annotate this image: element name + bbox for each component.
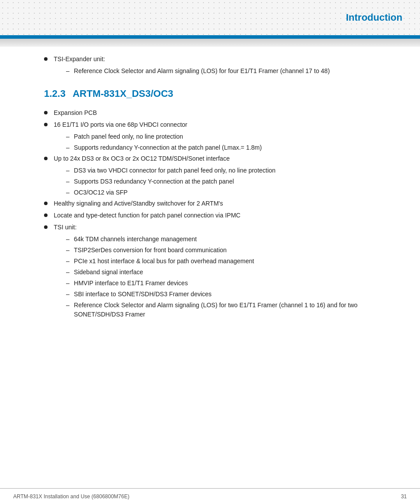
sub-bullet-text: PCIe x1 host interface & local bus for p… xyxy=(74,257,254,266)
bullet-dot xyxy=(44,111,48,114)
bullet-dot xyxy=(44,202,48,205)
list-item: Locate and type-detect function for patc… xyxy=(44,211,394,220)
list-item: Up to 24x DS3 or 8x OC3 or 2x OC12 TDM/S… xyxy=(44,154,394,163)
bullet-text: Expansion PCB xyxy=(54,108,394,118)
sub-bullet-text: HMVIP interface to E1/T1 Framer devices xyxy=(74,279,188,288)
header-title-area: Introduction xyxy=(346,0,407,35)
bullet-dot xyxy=(44,57,48,61)
bullet-dot xyxy=(44,123,48,126)
bullet-text: Locate and type-detect function for patc… xyxy=(54,211,394,220)
sub-bullet-text: SBI interface to SONET/SDH/DS3 Framer de… xyxy=(74,290,212,299)
list-item: TSI unit: xyxy=(44,223,394,232)
list-item: –64k TDM channels interchange management xyxy=(66,235,394,244)
gray-bar xyxy=(0,39,420,47)
section-heading: 1.2.3ARTM-831X_DS3/OC3 xyxy=(44,88,394,99)
sub-bullet-text: Patch panel feed only, no line protectio… xyxy=(74,132,183,141)
header: Introduction xyxy=(0,0,420,35)
footer-right: 31 xyxy=(401,493,407,500)
list-item: Expansion PCB xyxy=(44,108,394,118)
bullets-container: Expansion PCB16 E1/T1 I/O ports via one … xyxy=(44,108,394,319)
sub-bullet-text: Reference Clock Selector and Alarm signa… xyxy=(74,301,394,319)
footer-left: ARTM-831X Installation and Use (6806800M… xyxy=(13,493,129,500)
footer: ARTM-831X Installation and Use (6806800M… xyxy=(0,488,420,504)
sub-bullet-text: Sideband signal interface xyxy=(74,268,143,277)
list-item: –Sideband signal interface xyxy=(66,268,394,277)
bullet-dot xyxy=(44,213,48,217)
bullet-text: Healthy signaling and Active/Standby swi… xyxy=(54,199,394,208)
sub-bullet-text: TSIP2SerDes conversion for front board c… xyxy=(74,246,227,255)
list-item: Healthy signaling and Active/Standby swi… xyxy=(44,199,394,208)
sub-bullet-text: 64k TDM channels interchange management xyxy=(74,235,197,244)
list-item: –HMVIP interface to E1/T1 Framer devices xyxy=(66,279,394,288)
bullet-dot xyxy=(44,157,48,160)
list-item: TSI-Expander unit: xyxy=(44,55,394,64)
list-item: –Supports redundancy Y-connection at the… xyxy=(66,143,394,152)
bullet-text: TSI unit: xyxy=(54,223,394,232)
blue-bar xyxy=(0,35,420,39)
sub-bullet-text: DS3 via two VHDCI connector for patch pa… xyxy=(74,166,276,175)
list-item: –PCIe x1 host interface & local bus for … xyxy=(66,257,394,266)
sub-bullet-text: Supports redundancy Y-connection at the … xyxy=(74,143,262,152)
intro-bullet-text: TSI-Expander unit: xyxy=(54,55,394,64)
list-item: 16 E1/T1 I/O ports via one 68p VHDCI con… xyxy=(44,120,394,129)
list-item: – Reference Clock Selector and Alarm sig… xyxy=(66,66,394,76)
page-title: Introduction xyxy=(346,12,402,23)
sub-bullet-text: Supports DS3 redundancy Y-connection at … xyxy=(74,177,234,186)
bullet-text: Up to 24x DS3 or 8x OC3 or 2x OC12 TDM/S… xyxy=(54,154,394,163)
intro-sub-bullet: Reference Clock Selector and Alarm signa… xyxy=(74,66,330,76)
bullet-text: 16 E1/T1 I/O ports via one 68p VHDCI con… xyxy=(54,120,394,129)
list-item: –Reference Clock Selector and Alarm sign… xyxy=(66,301,394,319)
list-item: –SBI interface to SONET/SDH/DS3 Framer d… xyxy=(66,290,394,299)
list-item: –DS3 via two VHDCI connector for patch p… xyxy=(66,166,394,175)
list-item: –OC3/OC12 via SFP xyxy=(66,188,394,197)
main-content: TSI-Expander unit: – Reference Clock Sel… xyxy=(0,50,420,347)
list-item: –TSIP2SerDes conversion for front board … xyxy=(66,246,394,255)
list-item: –Supports DS3 redundancy Y-connection at… xyxy=(66,177,394,186)
list-item: –Patch panel feed only, no line protecti… xyxy=(66,132,394,141)
bullet-dot xyxy=(44,225,48,229)
sub-bullet-text: OC3/OC12 via SFP xyxy=(74,188,128,197)
section-title: ARTM-831X_DS3/OC3 xyxy=(73,88,173,99)
intro-bullets: TSI-Expander unit: – Reference Clock Sel… xyxy=(44,55,394,76)
section-number: 1.2.3 xyxy=(44,88,66,99)
